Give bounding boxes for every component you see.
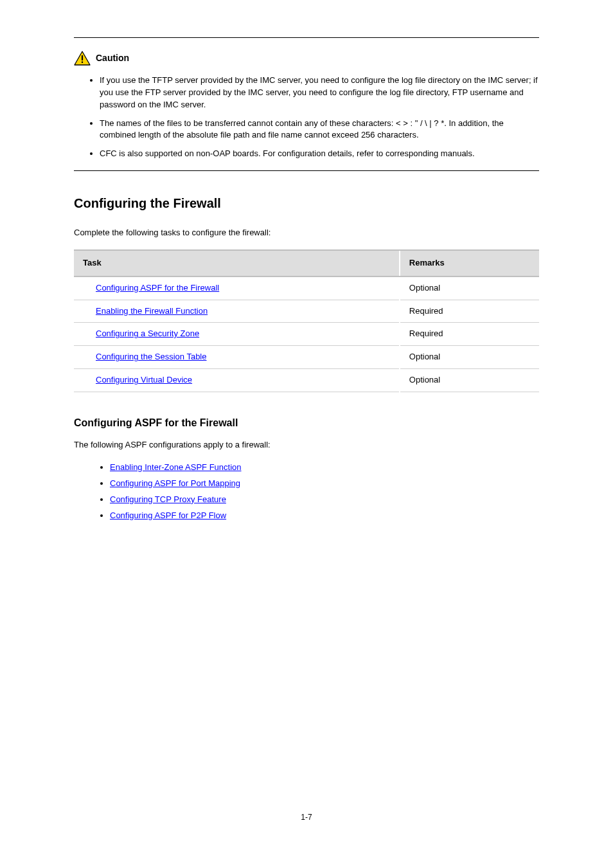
task-remarks: Optional (400, 369, 539, 392)
task-table: Task Remarks Configuring ASPF for the Fi… (74, 249, 539, 392)
caution-item: CFC is also supported on non-OAP boards.… (100, 148, 539, 160)
task-link[interactable]: Enabling the Firewall Function (96, 306, 208, 316)
table-row: Configuring the Session Table Optional (74, 346, 539, 369)
top-rule (74, 37, 539, 38)
table-header-remarks: Remarks (400, 250, 539, 276)
table-header-task: Task (74, 250, 400, 276)
table-row: Configuring Virtual Device Optional (74, 369, 539, 392)
task-remarks: Required (400, 323, 539, 346)
caution-label: Caution (96, 51, 129, 64)
svg-rect-1 (82, 55, 83, 60)
table-row: Enabling the Firewall Function Required (74, 300, 539, 323)
caution-bottom-rule (74, 170, 539, 171)
aspf-link[interactable]: Configuring ASPF for P2P Flow (110, 511, 226, 520)
list-item: Enabling Inter-Zone ASPF Function (110, 462, 539, 474)
table-row: Configuring a Security Zone Required (74, 323, 539, 346)
caution-item: The names of the files to be transferred… (100, 118, 539, 142)
task-link[interactable]: Configuring ASPF for the Firewall (96, 283, 219, 293)
table-row: Configuring ASPF for the Firewall Option… (74, 276, 539, 300)
table-intro: Complete the following tasks to configur… (74, 227, 539, 239)
warning-icon (74, 51, 91, 66)
caution-header: Caution (74, 51, 539, 66)
subsection-heading: Configuring ASPF for the Firewall (74, 415, 539, 430)
task-remarks: Optional (400, 346, 539, 369)
aspf-link[interactable]: Configuring TCP Proxy Feature (110, 494, 226, 504)
svg-rect-2 (82, 62, 83, 63)
section-heading: Configuring the Firewall (74, 194, 539, 213)
list-item: Configuring ASPF for P2P Flow (110, 510, 539, 522)
list-item: Configuring ASPF for Port Mapping (110, 478, 539, 490)
page-number: 1-7 (0, 812, 613, 823)
aspf-link[interactable]: Enabling Inter-Zone ASPF Function (110, 462, 242, 472)
caution-item: If you use the TFTP server provided by t… (100, 75, 539, 111)
caution-list: If you use the TFTP server provided by t… (74, 75, 539, 160)
task-link[interactable]: Configuring Virtual Device (96, 375, 192, 384)
spacer (74, 392, 539, 415)
task-link[interactable]: Configuring a Security Zone (96, 329, 199, 338)
aspf-link[interactable]: Configuring ASPF for Port Mapping (110, 478, 240, 488)
task-remarks: Required (400, 300, 539, 323)
task-remarks: Optional (400, 276, 539, 300)
task-link[interactable]: Configuring the Session Table (96, 352, 207, 361)
aspf-intro: The following ASPF configurations apply … (74, 439, 539, 451)
list-item: Configuring TCP Proxy Feature (110, 494, 539, 506)
aspf-link-list: Enabling Inter-Zone ASPF Function Config… (74, 462, 539, 521)
